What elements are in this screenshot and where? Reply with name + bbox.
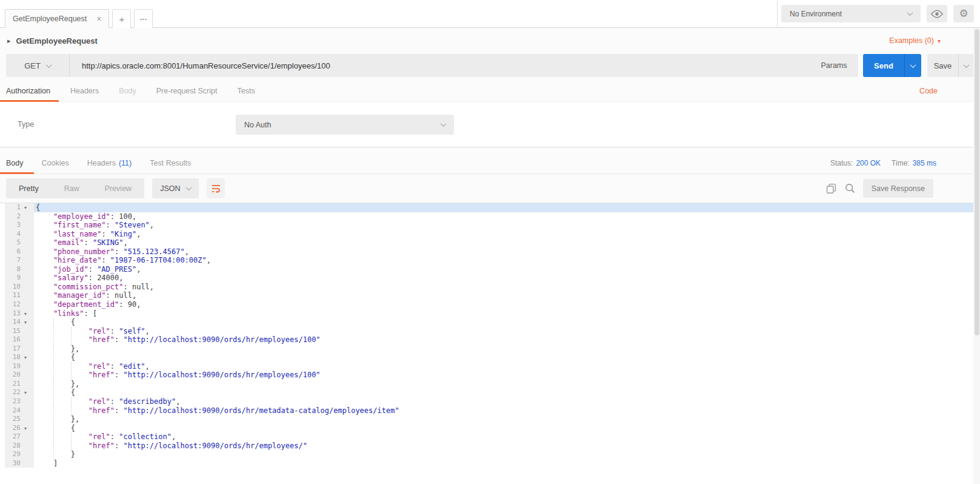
token: "salary" xyxy=(53,274,88,282)
send-label[interactable]: Send xyxy=(863,54,904,77)
token: , xyxy=(136,300,141,309)
indent-guide xyxy=(53,327,71,336)
fold-caret-icon[interactable]: ▾ xyxy=(21,388,30,397)
code-line: 30] xyxy=(0,459,980,468)
gutter: 23 xyxy=(0,397,34,406)
code-editor[interactable]: 1▾{2"employee_id": 100,3"first_name": "S… xyxy=(0,203,980,483)
view-mode-pretty[interactable]: Pretty xyxy=(6,184,52,193)
request-section-tabs: Authorization Headers Body Pre-request S… xyxy=(0,78,980,102)
token: { xyxy=(71,424,75,432)
token: : xyxy=(119,300,127,309)
auth-type-value: No Auth xyxy=(244,121,271,129)
code-text: }, xyxy=(34,415,980,424)
code-text: "email": "SKING", xyxy=(34,238,980,247)
close-icon[interactable]: × xyxy=(96,15,101,23)
tab-authorization[interactable]: Authorization xyxy=(6,87,50,95)
environment-quicklook-button[interactable] xyxy=(927,5,947,22)
token: "http://localhost:9090/ords/hr/employees… xyxy=(123,335,320,344)
examples-dropdown[interactable]: Examples (0) ▾ xyxy=(889,36,941,45)
params-button[interactable]: Params xyxy=(810,54,858,77)
line-number: 28 xyxy=(0,442,21,451)
line-number: 6 xyxy=(0,247,21,257)
send-options-button[interactable] xyxy=(904,54,921,77)
line-number: 9 xyxy=(0,274,21,283)
more-tabs-button[interactable]: ••• xyxy=(134,9,153,28)
save-options-button[interactable] xyxy=(958,54,974,77)
token: "job_id" xyxy=(53,265,88,274)
code-text: "href": "http://localhost:9090/ords/hr/e… xyxy=(34,371,980,380)
indent-guide xyxy=(36,388,53,397)
code-text: "href": "http://localhost:9090/ords/hr/e… xyxy=(34,335,980,345)
response-tab-cookies[interactable]: Cookies xyxy=(42,159,69,167)
gutter: 16 xyxy=(0,335,34,345)
token: , xyxy=(136,265,141,274)
view-mode-raw[interactable]: Raw xyxy=(52,184,92,193)
new-tab-button[interactable]: + xyxy=(112,9,131,28)
token: : xyxy=(110,397,119,406)
code-line: 14▾{ xyxy=(0,318,980,327)
code-line: 2"employee_id": 100, xyxy=(0,212,980,221)
response-section-tabs: Body Cookies Headers (11) Test Results S… xyxy=(0,147,980,174)
code-text: { xyxy=(34,388,980,397)
indent-guide xyxy=(53,318,71,327)
code-line: 6"phone_number": "515.123.4567", xyxy=(0,247,980,257)
environment-selector[interactable]: No Environment xyxy=(781,5,921,22)
token: : [ xyxy=(84,309,97,318)
response-tab-body[interactable]: Body xyxy=(6,159,24,167)
url-input[interactable]: http://apics.oracle.com:8001/HumanResour… xyxy=(70,54,810,77)
indent-guide xyxy=(53,442,71,451)
gutter: 13▾ xyxy=(0,309,34,318)
method-label: GET xyxy=(24,61,41,70)
indent-guide xyxy=(71,362,88,371)
line-number: 14 xyxy=(0,318,21,327)
gutter: 3 xyxy=(0,221,34,230)
code-line: 25}, xyxy=(0,415,980,424)
copy-button[interactable] xyxy=(825,183,837,194)
code-text: "phone_number": "515.123.4567", xyxy=(34,247,980,257)
response-tab-test-results[interactable]: Test Results xyxy=(150,159,191,167)
fold-caret-icon[interactable]: ▾ xyxy=(21,203,30,212)
save-response-button[interactable]: Save Response xyxy=(863,179,933,198)
line-number: 25 xyxy=(0,415,21,424)
fold-spacer xyxy=(21,442,30,451)
view-mode-preview[interactable]: Preview xyxy=(92,184,144,193)
request-tab[interactable]: GetEmployeeRequest × xyxy=(5,9,109,28)
fold-caret-icon[interactable]: ▾ xyxy=(21,318,30,327)
wrap-text-button[interactable] xyxy=(207,178,225,198)
indent-guide xyxy=(36,450,53,459)
tab-pre-request-script[interactable]: Pre-request Script xyxy=(156,87,218,95)
fold-caret-icon[interactable]: ▾ xyxy=(21,353,30,362)
tab-body[interactable]: Body xyxy=(119,87,136,95)
save-button[interactable]: Save xyxy=(927,54,974,77)
send-button[interactable]: Send xyxy=(863,54,921,77)
line-number: 18 xyxy=(0,353,21,362)
response-tab-headers[interactable]: Headers (11) xyxy=(87,159,132,167)
token: "href" xyxy=(88,406,115,415)
token: , xyxy=(176,397,180,406)
caret-right-icon[interactable]: ▸ xyxy=(7,37,11,45)
code-text: "first_name": "Steven", xyxy=(34,221,980,230)
indent-guide xyxy=(53,450,71,459)
code-link[interactable]: Code xyxy=(919,87,938,95)
line-number: 2 xyxy=(0,212,21,221)
tab-tests[interactable]: Tests xyxy=(237,87,255,95)
postman-app: GetEmployeeRequest × + ••• No Environmen… xyxy=(0,0,980,484)
fold-spacer xyxy=(21,238,30,247)
line-number: 23 xyxy=(0,397,21,406)
vertical-scrollbar[interactable] xyxy=(973,28,980,484)
format-selector[interactable]: JSON xyxy=(152,178,199,198)
tab-headers[interactable]: Headers xyxy=(70,87,99,95)
fold-caret-icon[interactable]: ▾ xyxy=(21,424,30,433)
settings-button[interactable]: ⚙ xyxy=(953,5,974,22)
auth-type-selector[interactable]: No Auth xyxy=(236,115,454,135)
token: : xyxy=(106,221,115,229)
gutter: 19 xyxy=(0,362,34,371)
gutter: 7 xyxy=(0,256,34,265)
fold-caret-icon[interactable]: ▾ xyxy=(21,309,30,318)
examples-label: Examples (0) xyxy=(889,36,934,45)
method-selector[interactable]: GET xyxy=(6,54,70,77)
scrollbar-thumb[interactable] xyxy=(975,29,979,335)
save-label[interactable]: Save xyxy=(927,54,958,77)
fold-spacer xyxy=(21,432,30,442)
search-button[interactable] xyxy=(844,183,856,194)
